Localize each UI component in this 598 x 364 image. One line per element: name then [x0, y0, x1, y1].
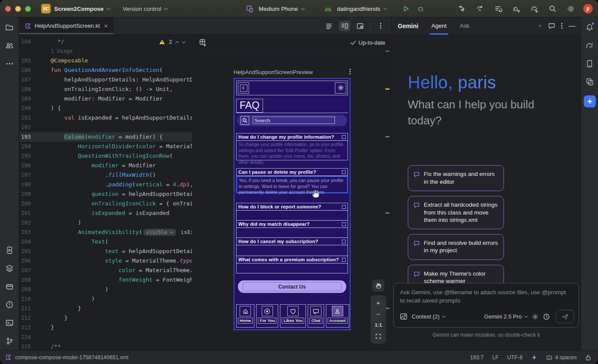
device-manager-icon[interactable]: [5, 282, 14, 291]
faq-question-row[interactable]: Why did my match disappear?: [236, 220, 348, 228]
zoom-out-button[interactable]: −: [370, 309, 386, 318]
problems-icon[interactable]: [5, 300, 14, 309]
faq-question-row[interactable]: How do I change my profile information?: [236, 133, 348, 141]
code-line: 206 style = MaterialTheme.typo: [19, 256, 192, 266]
code-cleanup-icon[interactable]: A: [474, 3, 485, 14]
layout-inspector-icon[interactable]: [585, 77, 595, 87]
expand-icon[interactable]: [342, 258, 346, 262]
debug-button[interactable]: [415, 3, 426, 14]
tab-ask[interactable]: Ask: [458, 17, 471, 35]
nav-item-chat[interactable]: Chat: [308, 304, 324, 328]
expand-icon[interactable]: [342, 135, 346, 139]
build-run-icon[interactable]: [456, 3, 467, 14]
todo-list-icon[interactable]: [492, 3, 504, 14]
faq-answer-box[interactable]: Yes, if you need a break, you can pause …: [236, 176, 348, 193]
project-folder-icon[interactable]: [5, 23, 14, 32]
nav-item-account[interactable]: Account: [326, 304, 349, 328]
project-selector[interactable]: Screen2Compose: [54, 6, 104, 12]
next-warning-icon[interactable]: [182, 40, 185, 43]
maximize-window-button[interactable]: [25, 6, 31, 12]
code-view-icon[interactable]: [323, 21, 335, 31]
running-devices-icon[interactable]: [5, 245, 14, 255]
gradle-icon[interactable]: [585, 41, 595, 50]
more-tool-windows-icon[interactable]: [5, 59, 14, 68]
gemini-toolwindow-button[interactable]: [584, 95, 596, 107]
caret-position[interactable]: 193:7: [470, 354, 484, 361]
file-encoding[interactable]: UTF-8: [507, 354, 523, 361]
user-avatar[interactable]: p: [583, 4, 593, 13]
terminal-icon[interactable]: [5, 318, 14, 328]
expand-icon[interactable]: [342, 170, 346, 174]
hide-panel-icon[interactable]: —: [569, 22, 575, 30]
zoom-fit-button[interactable]: [370, 332, 386, 341]
model-selector[interactable]: Gemini 2.5 Pro: [484, 313, 527, 320]
editor-options-menu[interactable]: [375, 21, 386, 31]
run-button[interactable]: [400, 3, 412, 14]
close-window-button[interactable]: [5, 6, 11, 12]
code-line: 187 helpAndSupportDetails: HelpAndSuppor…: [19, 75, 192, 84]
status-file-name[interactable]: compose-compose-model-1758748140651.xml: [15, 354, 128, 361]
settings-gear-icon[interactable]: [565, 3, 576, 14]
expand-icon[interactable]: [342, 240, 346, 244]
phone-settings-button[interactable]: [335, 82, 346, 94]
send-button[interactable]: [556, 310, 574, 323]
line-separator[interactable]: LF: [492, 354, 499, 361]
nav-item-home[interactable]: Home: [236, 304, 254, 328]
preview-canvas[interactable]: HelpAndSupportScreenPreview FAQ: [193, 51, 391, 350]
preview-layout-icon[interactable]: [199, 39, 207, 46]
notifications-bell-icon[interactable]: [585, 23, 595, 32]
gemini-options-menu[interactable]: [561, 23, 562, 29]
faq-question-row[interactable]: How do I block or report someone?: [236, 203, 348, 211]
collaboration-icon[interactable]: [5, 41, 14, 50]
faq-answer-box: [236, 245, 348, 256]
design-view-icon[interactable]: [354, 21, 366, 31]
ai-spark-icon[interactable]: [531, 354, 537, 361]
tab-agent[interactable]: Agent: [429, 17, 448, 35]
expand-icon[interactable]: [342, 222, 346, 226]
faq-question-row[interactable]: How do I cancel my subscription?: [236, 237, 348, 245]
code-line: 185@Composable: [19, 56, 192, 65]
minimize-window-button[interactable]: [15, 6, 21, 12]
preview-options-menu[interactable]: [349, 69, 351, 75]
more-actions-menu[interactable]: [430, 3, 441, 14]
tab-helpandsupportscreen[interactable]: HelpAndSupportScreen.kt ×: [19, 17, 114, 34]
close-tab-icon[interactable]: ×: [104, 23, 107, 29]
chat-history-icon[interactable]: [548, 23, 555, 29]
code-editor[interactable]: 184 */1 Usage185@Composable186fun Questi…: [19, 35, 192, 350]
pan-tool-button[interactable]: [372, 280, 384, 292]
indent-widget[interactable]: 4 spaces: [546, 354, 577, 361]
attach-image-icon[interactable]: [400, 313, 407, 320]
zoom-in-button[interactable]: +: [370, 298, 386, 307]
suggestion-chip[interactable]: Fix the warnings and errors in the edito…: [408, 165, 504, 191]
build-variants-icon[interactable]: [5, 263, 14, 273]
suggestion-chip[interactable]: Find and resolve build errors in my proj…: [408, 234, 504, 260]
titlebar-right: A p: [456, 0, 593, 17]
search-everywhere-icon[interactable]: [547, 3, 558, 14]
phone-search-bar[interactable]: Search: [237, 115, 347, 126]
attach-debugger-icon[interactable]: [510, 3, 522, 14]
context-selector[interactable]: Context (2): [412, 313, 445, 320]
previous-warning-icon[interactable]: [176, 41, 179, 44]
running-devices-phone-icon[interactable]: [585, 59, 595, 68]
gradle-sync-icon[interactable]: [529, 3, 540, 14]
phone-back-button[interactable]: [238, 82, 249, 94]
gemini-input[interactable]: Ask Gemini, use @filename to attach sour…: [393, 283, 579, 328]
inspection-widget[interactable]: 2: [159, 37, 185, 47]
prompt-history-icon[interactable]: [543, 313, 550, 320]
vcs-widget[interactable]: Version control: [123, 6, 161, 12]
expand-icon[interactable]: [342, 205, 346, 209]
nav-item-likes-you[interactable]: Likes You: [280, 304, 306, 328]
split-view-icon[interactable]: [339, 21, 350, 31]
suggestion-chip[interactable]: Extract all hardcoded strings from this …: [408, 196, 504, 229]
faq-question-row[interactable]: What comes with a premium subscription?: [236, 256, 348, 263]
new-chat-icon[interactable]: +: [538, 22, 542, 30]
branch-selector[interactable]: datingandfriends: [337, 6, 380, 12]
version-control-icon[interactable]: [5, 336, 14, 346]
contact-us-button[interactable]: Contact Us: [238, 280, 346, 293]
zoom-actual-size-button[interactable]: 1:1: [370, 320, 386, 330]
gemini-settings-icon[interactable]: [532, 313, 539, 320]
faq-question-row[interactable]: Can I pause or delete my profile?: [236, 168, 348, 176]
lock-icon[interactable]: [585, 354, 591, 361]
nav-item-for-you[interactable]: For You: [256, 304, 278, 328]
device-selector[interactable]: Medium Phone: [259, 6, 298, 12]
